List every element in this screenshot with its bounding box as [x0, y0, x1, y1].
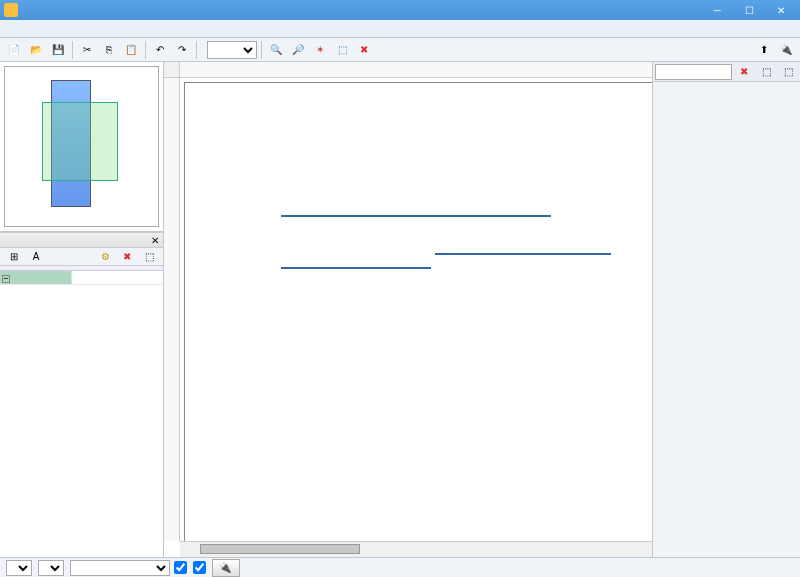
overview-panel[interactable] [0, 62, 163, 232]
paste-button[interactable]: 📋 [121, 40, 141, 60]
zoom-select[interactable] [207, 41, 257, 59]
ruler-horizontal [180, 62, 652, 78]
left-panel: ✕ ⊞ A ⚙ ✖ ⬚ − [0, 62, 164, 557]
ruler-vertical [164, 78, 180, 541]
prop-tool-1[interactable]: ⊞ [4, 247, 24, 267]
delete-button[interactable]: ✖ [354, 40, 374, 60]
speed-select[interactable] [38, 560, 64, 576]
minimize-button[interactable]: ─ [702, 1, 732, 19]
new-button[interactable]: 📄 [4, 40, 24, 60]
menu-view[interactable] [28, 27, 40, 31]
maximize-button[interactable]: ☐ [734, 1, 764, 19]
search-clear-icon[interactable]: ✖ [734, 62, 754, 82]
tool-a-button[interactable]: ✶ [310, 40, 330, 60]
palette-tool-2[interactable]: ⬚ [778, 62, 798, 82]
properties-grid[interactable]: − [0, 271, 163, 557]
close-button[interactable]: ✕ [766, 1, 796, 19]
prop-tool-2[interactable]: A [26, 247, 46, 267]
title-bar: ─ ☐ ✕ [0, 0, 800, 20]
palette-panel: ✖ ⬚ ⬚ [652, 62, 800, 557]
prop-tool-5[interactable]: ⬚ [139, 247, 159, 267]
menu-file[interactable] [4, 27, 16, 31]
shield-tft-display [281, 267, 431, 269]
menu-arduino[interactable] [40, 27, 52, 31]
ruler-corner [164, 62, 180, 78]
serial-button[interactable]: 🔌 [776, 40, 796, 60]
prop-tool-3[interactable]: ⚙ [95, 247, 115, 267]
redo-button[interactable]: ↷ [172, 40, 192, 60]
prop-tool-4[interactable]: ✖ [117, 247, 137, 267]
tool-b-button[interactable]: ⬚ [332, 40, 352, 60]
properties-close-icon[interactable]: ✕ [151, 235, 159, 246]
h-scrollbar[interactable] [180, 541, 652, 557]
canvas[interactable] [180, 78, 652, 541]
zoom-in-button[interactable]: 🔍 [266, 40, 286, 60]
menu-help[interactable] [52, 27, 64, 31]
design-page[interactable] [184, 82, 652, 541]
app-icon [4, 3, 18, 17]
menu-edit[interactable] [16, 27, 28, 31]
undo-button[interactable]: ↶ [150, 40, 170, 60]
open-button[interactable]: 📂 [26, 40, 46, 60]
shield-touch [281, 215, 551, 217]
connect-button[interactable]: 🔌 [212, 559, 240, 577]
reset-checkbox[interactable] [174, 561, 189, 574]
log-checkbox[interactable] [193, 561, 208, 574]
zoom-out-button[interactable]: 🔎 [288, 40, 308, 60]
cut-button[interactable]: ✂ [77, 40, 97, 60]
palette-tool-1[interactable]: ⬚ [756, 62, 776, 82]
canvas-area [164, 62, 652, 557]
status-bar: 🔌 [0, 557, 800, 577]
toolbar: 📄 📂 💾 ✂ ⎘ 📋 ↶ ↷ 🔍 🔎 ✶ ⬚ ✖ ⬆ 🔌 [0, 38, 800, 62]
palette-search-input[interactable] [655, 64, 732, 80]
overview-viewport[interactable] [42, 102, 119, 182]
shield-microsd [435, 253, 611, 255]
port-select[interactable] [6, 560, 32, 576]
upload-button[interactable]: ⬆ [754, 40, 774, 60]
menu-bar [0, 20, 800, 38]
properties-toolbar: ⊞ A ⚙ ✖ ⬚ [0, 248, 163, 266]
format-select[interactable] [70, 560, 170, 576]
copy-button[interactable]: ⎘ [99, 40, 119, 60]
save-button[interactable]: 💾 [48, 40, 68, 60]
